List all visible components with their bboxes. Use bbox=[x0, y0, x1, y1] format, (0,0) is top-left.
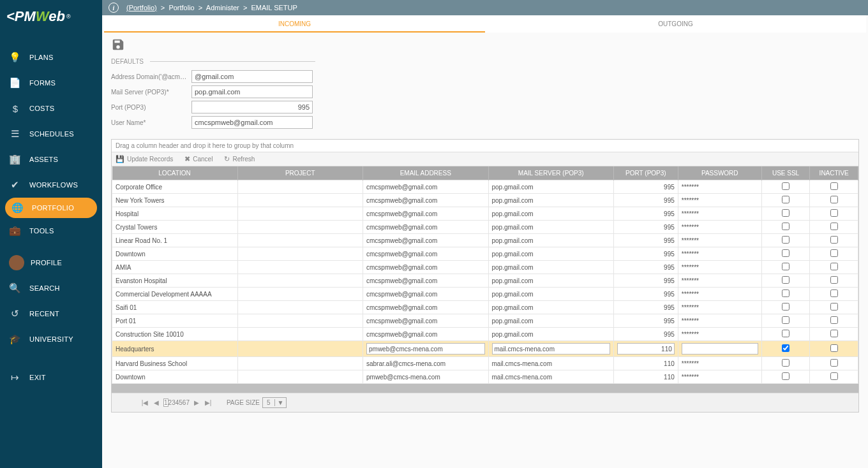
cell-email[interactable]: cmcspmweb@gmail.com bbox=[363, 328, 489, 341]
table-row[interactable]: AMIAcmcspmweb@gmail.compop.gmail.com995*… bbox=[112, 261, 858, 274]
ssl-checkbox[interactable] bbox=[782, 316, 789, 324]
cell-ssl[interactable] bbox=[761, 274, 810, 288]
crumb-administer[interactable]: Administer bbox=[206, 4, 239, 11]
cell-location[interactable]: Construction Site 10010 bbox=[112, 328, 238, 341]
table-row[interactable]: Evanston Hospitalcmcspmweb@gmail.compop.… bbox=[112, 274, 858, 288]
cell-project[interactable] bbox=[237, 247, 363, 261]
cell-inactive[interactable] bbox=[810, 247, 858, 261]
ssl-checkbox[interactable] bbox=[782, 209, 789, 217]
cell-port[interactable] bbox=[614, 341, 678, 357]
cell-port[interactable]: 995 bbox=[614, 301, 678, 314]
cancel-button[interactable]: ✖Cancel bbox=[184, 155, 213, 163]
cell-server[interactable]: pop.gmail.com bbox=[488, 221, 614, 234]
crumb-portfolio[interactable]: Portfolio bbox=[168, 4, 194, 11]
cell-email[interactable] bbox=[363, 341, 489, 357]
inactive-checkbox[interactable] bbox=[830, 209, 838, 217]
cell-email[interactable]: cmcspmweb@gmail.com bbox=[363, 207, 489, 221]
port-input[interactable] bbox=[617, 343, 675, 355]
table-row[interactable]: Port 01cmcspmweb@gmail.compop.gmail.com9… bbox=[112, 314, 858, 328]
cell-password[interactable]: ******* bbox=[678, 288, 761, 301]
cell-password[interactable]: ******* bbox=[678, 207, 761, 221]
ssl-checkbox[interactable] bbox=[782, 303, 789, 311]
nav-workflows[interactable]: ✔WORKFLOWS bbox=[0, 172, 102, 198]
crumb-root[interactable]: (Portfolio) bbox=[126, 4, 157, 11]
ssl-checkbox[interactable] bbox=[782, 196, 789, 203]
ssl-checkbox[interactable] bbox=[782, 223, 789, 230]
port-input[interactable] bbox=[191, 101, 313, 113]
cell-project[interactable] bbox=[237, 274, 363, 288]
cell-server[interactable]: pop.gmail.com bbox=[488, 261, 614, 274]
nav-plans[interactable]: 💡PLANS bbox=[0, 45, 102, 70]
cell-location[interactable]: Corporate Office bbox=[112, 180, 238, 194]
cell-inactive[interactable] bbox=[810, 301, 858, 314]
cell-password[interactable]: ******* bbox=[678, 221, 761, 234]
cell-password[interactable]: ******* bbox=[678, 370, 761, 384]
cell-server[interactable]: mail.cmcs-mena.com bbox=[488, 357, 614, 370]
cell-project[interactable] bbox=[237, 207, 363, 221]
cell-location[interactable]: Downtown bbox=[112, 247, 238, 261]
ssl-checkbox[interactable] bbox=[782, 182, 789, 190]
table-row[interactable]: Corporate Officecmcspmweb@gmail.compop.g… bbox=[112, 180, 858, 194]
cell-port[interactable]: 995 bbox=[614, 221, 678, 234]
cell-location[interactable]: AMIA bbox=[112, 261, 238, 274]
cell-project[interactable] bbox=[237, 301, 363, 314]
cell-server[interactable]: pop.gmail.com bbox=[488, 194, 614, 207]
cell-inactive[interactable] bbox=[810, 221, 858, 234]
cell-password[interactable]: ******* bbox=[678, 261, 761, 274]
col-password[interactable]: PASSWORD bbox=[678, 166, 761, 180]
pager-prev[interactable]: ◀ bbox=[152, 399, 161, 406]
inactive-checkbox[interactable] bbox=[830, 263, 838, 270]
cell-port[interactable]: 110 bbox=[614, 357, 678, 370]
cell-port[interactable]: 995 bbox=[614, 261, 678, 274]
inactive-checkbox[interactable] bbox=[830, 330, 838, 337]
addr-input[interactable] bbox=[191, 70, 313, 83]
pager-page-7[interactable]: 7 bbox=[186, 399, 190, 406]
cell-server[interactable]: pop.gmail.com bbox=[488, 288, 614, 301]
ssl-checkbox[interactable] bbox=[782, 236, 789, 244]
table-row[interactable]: Commercial Development AAAAAcmcspmweb@gm… bbox=[112, 288, 858, 301]
cell-inactive[interactable] bbox=[810, 261, 858, 274]
ssl-checkbox[interactable] bbox=[782, 289, 789, 297]
cell-port[interactable]: 995 bbox=[614, 314, 678, 328]
col-email[interactable]: EMAIL ADDRESS bbox=[363, 166, 489, 180]
cell-email[interactable]: cmcspmweb@gmail.com bbox=[363, 234, 489, 247]
cell-server[interactable]: pop.gmail.com bbox=[488, 247, 614, 261]
col-inactive[interactable]: INACTIVE bbox=[810, 166, 858, 180]
horizontal-scrollbar[interactable] bbox=[112, 384, 858, 393]
email-input[interactable] bbox=[366, 343, 485, 355]
nav-tools[interactable]: 💼TOOLS bbox=[0, 218, 102, 244]
ssl-checkbox[interactable] bbox=[782, 359, 789, 367]
cell-inactive[interactable] bbox=[810, 357, 858, 370]
nav-schedules[interactable]: ☰SCHEDULES bbox=[0, 121, 102, 147]
cell-ssl[interactable] bbox=[761, 288, 810, 301]
cell-email[interactable]: cmcspmweb@gmail.com bbox=[363, 180, 489, 194]
cell-ssl[interactable] bbox=[761, 328, 810, 341]
col-project[interactable]: PROJECT bbox=[237, 166, 363, 180]
inactive-checkbox[interactable] bbox=[830, 316, 838, 324]
table-row[interactable]: New York Towerscmcspmweb@gmail.compop.gm… bbox=[112, 194, 858, 207]
ssl-checkbox[interactable] bbox=[782, 263, 789, 270]
nav-exit[interactable]: ↦EXIT bbox=[0, 365, 102, 390]
inactive-checkbox[interactable] bbox=[830, 289, 838, 297]
nav-search[interactable]: 🔍SEARCH bbox=[0, 275, 102, 301]
inactive-checkbox[interactable] bbox=[830, 359, 838, 367]
cell-ssl[interactable] bbox=[761, 261, 810, 274]
inactive-checkbox[interactable] bbox=[830, 196, 838, 203]
inactive-checkbox[interactable] bbox=[830, 236, 838, 244]
pager-last[interactable]: ▶| bbox=[204, 399, 213, 406]
cell-location[interactable]: Crystal Towers bbox=[112, 221, 238, 234]
inactive-checkbox[interactable] bbox=[830, 182, 838, 190]
cell-server[interactable]: pop.gmail.com bbox=[488, 207, 614, 221]
cell-port[interactable]: 995 bbox=[614, 234, 678, 247]
inactive-checkbox[interactable] bbox=[830, 303, 838, 311]
cell-inactive[interactable] bbox=[810, 370, 858, 384]
nav-costs[interactable]: $COSTS bbox=[0, 96, 102, 121]
tab-outgoing[interactable]: OUTGOING bbox=[485, 16, 866, 32]
cell-project[interactable] bbox=[237, 234, 363, 247]
inactive-checkbox[interactable] bbox=[830, 372, 838, 380]
pager-next[interactable]: ▶ bbox=[192, 399, 201, 406]
cell-port[interactable]: 995 bbox=[614, 180, 678, 194]
cell-ssl[interactable] bbox=[761, 221, 810, 234]
cell-server[interactable]: pop.gmail.com bbox=[488, 314, 614, 328]
cell-email[interactable]: cmcspmweb@gmail.com bbox=[363, 288, 489, 301]
